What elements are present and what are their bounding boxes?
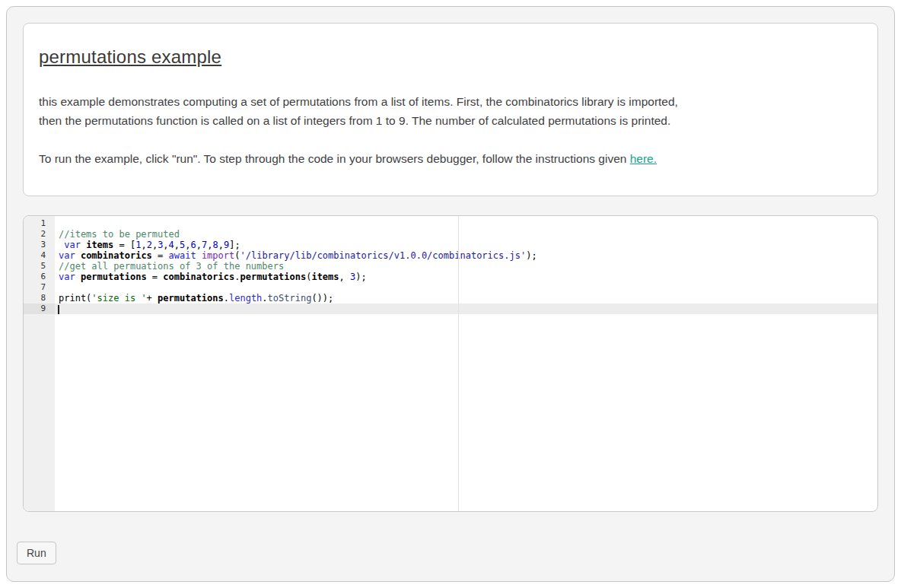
code-token: toString (268, 293, 312, 304)
code-token: 8 (212, 240, 218, 250)
code-token: , (141, 240, 146, 250)
gutter-line-number: 7 (24, 282, 55, 293)
code-token: //get all permuations of 3 of the number… (59, 261, 284, 272)
code-token (75, 272, 81, 282)
code-token: 2 (147, 240, 152, 250)
text-cursor (58, 305, 59, 314)
code-token: 4 (169, 240, 174, 250)
code-editor[interactable]: 123456789 //items to be permuted var ite… (23, 215, 878, 512)
code-token: combinatorics (163, 272, 234, 282)
gutter-line-number: 9 (24, 304, 55, 314)
code-token: ()); (311, 293, 333, 304)
code-token: length (229, 293, 262, 304)
code-token: , (174, 240, 180, 250)
instructions-text: To run the example, click "run". To step… (39, 152, 630, 165)
gutter-line-number: 8 (24, 293, 55, 304)
code-token: , (339, 272, 350, 282)
gutter-line-number: 2 (24, 229, 55, 240)
code-line[interactable]: print('size is '+ permutations.length.to… (55, 293, 877, 304)
code-token: ); (355, 272, 366, 282)
code-token: import (202, 250, 234, 261)
gutter-line-number: 5 (24, 261, 55, 272)
code-line[interactable] (55, 282, 877, 293)
code-token (196, 250, 202, 261)
code-token: items (86, 240, 113, 250)
editor-gutter: 123456789 (24, 216, 55, 511)
code-line[interactable]: var items = [1,2,3,4,5,6,7,8,9]; (55, 240, 877, 250)
code-line[interactable] (55, 218, 877, 229)
code-line[interactable]: var permutations = combinatorics.permuta… (55, 272, 877, 282)
description-paragraph: this example demonstrates computing a se… (39, 92, 695, 130)
page-container: permutations example this example demons… (6, 6, 895, 582)
gutter-line-number: 1 (24, 218, 55, 229)
page-title: permutations example (39, 46, 862, 68)
code-token: permutations (240, 272, 306, 282)
gutter-line-number: 6 (24, 272, 55, 282)
gutter-line-number: 4 (24, 250, 55, 261)
code-token: , (196, 240, 202, 250)
code-line[interactable]: var combinatorics = await import('/libra… (55, 250, 877, 261)
code-token: = [ (113, 240, 135, 250)
code-token: items (311, 272, 339, 282)
code-token: , (218, 240, 224, 250)
code-token: //items to be permuted (59, 229, 180, 240)
code-token: ]; (229, 240, 240, 250)
code-token: 'size is ' (91, 293, 146, 304)
code-token: , (185, 240, 190, 250)
code-token: var (59, 272, 75, 282)
code-area[interactable]: //items to be permuted var items = [1,2,… (55, 218, 877, 314)
code-token: 6 (191, 240, 196, 250)
code-token: permutations (158, 293, 224, 304)
code-token: + (147, 293, 158, 304)
code-token: var (64, 240, 81, 250)
code-line[interactable] (55, 304, 877, 314)
code-line[interactable]: //items to be permuted (55, 229, 877, 240)
code-token: await (169, 250, 196, 261)
code-token (75, 250, 81, 261)
code-token: ); (526, 250, 536, 261)
code-token: = (147, 272, 164, 282)
code-token: . (262, 293, 267, 304)
instructions-paragraph: To run the example, click "run". To step… (39, 149, 800, 168)
code-line[interactable]: //get all permuations of 3 of the number… (55, 261, 877, 272)
code-token: . (224, 293, 229, 304)
code-token: '/library/lib/combinatorics/v1.0.0/combi… (240, 250, 526, 261)
here-link[interactable]: here. (630, 152, 657, 165)
description-card: permutations example this example demons… (23, 23, 878, 196)
code-token: permutations (81, 272, 147, 282)
code-token: var (59, 250, 75, 261)
gutter-line-number: 3 (24, 240, 55, 250)
run-button[interactable]: Run (17, 542, 56, 564)
code-token: = (152, 250, 169, 261)
code-token: combinatorics (81, 250, 152, 261)
code-token: print( (59, 293, 91, 304)
code-token: , (163, 240, 168, 250)
